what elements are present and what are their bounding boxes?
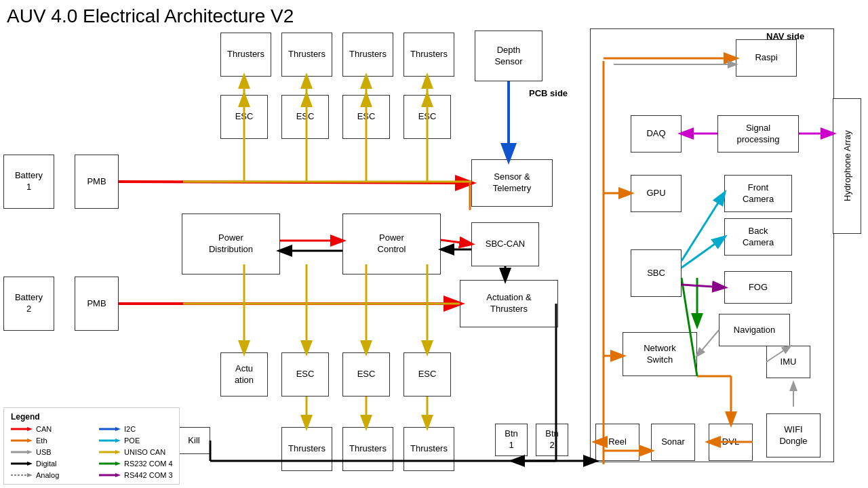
reel-box: Reel <box>595 424 639 461</box>
sbc-box: SBC <box>631 249 682 297</box>
thruster5-box: Thrusters <box>281 427 332 471</box>
legend-title: Legend <box>11 412 172 422</box>
svg-marker-75 <box>115 473 121 477</box>
navigation-box: Navigation <box>719 314 790 346</box>
legend-rs442: RS442 COM 3 <box>99 470 180 480</box>
sonar-box: Sonar <box>651 424 695 461</box>
signal-processing-box: Signalprocessing <box>717 115 799 152</box>
legend-poe-label: POE <box>124 436 140 445</box>
legend-eth: Eth <box>11 436 92 445</box>
legend-digital-label: Digital <box>36 460 57 468</box>
pmb2-box: PMB <box>75 277 119 331</box>
imu-box: IMU <box>766 346 810 378</box>
esc6-box: ESC <box>342 352 390 396</box>
btn1-box: Btn1 <box>495 424 528 456</box>
legend-usb: USB <box>11 447 92 457</box>
pcb-side-label: PCB side <box>529 88 568 98</box>
btn2-box: Btn2 <box>536 424 568 456</box>
page-title: AUV 4.0 Electrical Architecture V2 <box>7 5 294 27</box>
gpu-box: GPU <box>631 175 682 212</box>
svg-marker-73 <box>27 473 33 477</box>
sbc-can-box: SBC-CAN <box>471 222 539 266</box>
pmb1-box: PMB <box>75 155 119 209</box>
legend-rs232: RS232 COM 4 <box>99 459 180 468</box>
svg-marker-57 <box>27 427 33 431</box>
raspi-box: Raspi <box>736 39 797 77</box>
network-switch-box: NetworkSwitch <box>623 332 697 376</box>
esc1-box: ESC <box>220 95 268 139</box>
thruster1-box: Thrusters <box>220 33 271 77</box>
legend-rs232-label: RS232 COM 4 <box>124 460 173 468</box>
esc7-box: ESC <box>403 352 451 396</box>
legend-analog-label: Analog <box>36 471 59 479</box>
svg-line-2 <box>441 240 471 244</box>
esc2-box: ESC <box>281 95 329 139</box>
nav-side-box <box>590 28 834 462</box>
dvl-box: DVL <box>709 424 753 461</box>
thruster4-box: Thrusters <box>403 33 454 77</box>
svg-marker-71 <box>115 462 121 466</box>
legend-rs442-label: RS442 COM 3 <box>124 471 173 479</box>
legend-analog: Analog <box>11 470 92 480</box>
wifi-box: WIFIDongle <box>766 413 821 458</box>
thruster3-box: Thrusters <box>342 33 393 77</box>
thruster6-box: Thrusters <box>342 427 393 471</box>
power-control-box: PowerControl <box>342 214 441 274</box>
legend-can-label: CAN <box>36 425 52 433</box>
legend-i2c: I2C <box>99 424 180 434</box>
sensor-telemetry-box: Sensor &Telemetry <box>471 159 553 207</box>
battery2-box: Battery2 <box>3 277 54 331</box>
svg-marker-67 <box>115 450 121 454</box>
depth-sensor-box: DepthSensor <box>475 30 542 81</box>
legend-eth-label: Eth <box>36 436 47 445</box>
thruster2-box: Thrusters <box>281 33 332 77</box>
legend-i2c-label: I2C <box>124 425 136 433</box>
hydrophone-box: Hydrophone Array <box>833 98 861 234</box>
legend-poe: POE <box>99 436 180 445</box>
actuation-thrusters-box: Actuation &Thrusters <box>460 280 558 327</box>
svg-marker-65 <box>27 450 33 454</box>
power-distribution-box: PowerDistribution <box>182 214 280 274</box>
diagram: AUV 4.0 Electrical Architecture V2 NAV s… <box>0 0 868 488</box>
thruster7-box: Thrusters <box>403 427 454 471</box>
back-camera-box: BackCamera <box>724 218 792 256</box>
esc4-box: ESC <box>403 95 451 139</box>
svg-marker-59 <box>115 427 121 431</box>
legend-grid: CAN I2C Eth POE USB UNISO CAN <box>11 424 172 480</box>
svg-marker-63 <box>115 439 121 443</box>
battery1-box: Battery1 <box>3 155 54 209</box>
svg-line-0 <box>119 182 471 183</box>
legend-can: CAN <box>11 424 92 434</box>
legend-usb-label: USB <box>36 448 52 456</box>
esc3-box: ESC <box>342 95 390 139</box>
legend: Legend CAN I2C Eth POE USB <box>3 407 180 485</box>
kill-box: Kill <box>178 427 210 454</box>
esc5-box: ESC <box>281 352 329 396</box>
actuation-box: Actuation <box>220 352 268 396</box>
front-camera-box: FrontCamera <box>724 175 792 212</box>
daq-box: DAQ <box>631 115 682 152</box>
svg-marker-69 <box>27 462 33 466</box>
legend-uniso: UNISO CAN <box>99 447 180 457</box>
fog-box: FOG <box>724 271 792 304</box>
svg-marker-61 <box>27 439 33 443</box>
legend-digital: Digital <box>11 459 92 468</box>
legend-uniso-label: UNISO CAN <box>124 448 165 456</box>
